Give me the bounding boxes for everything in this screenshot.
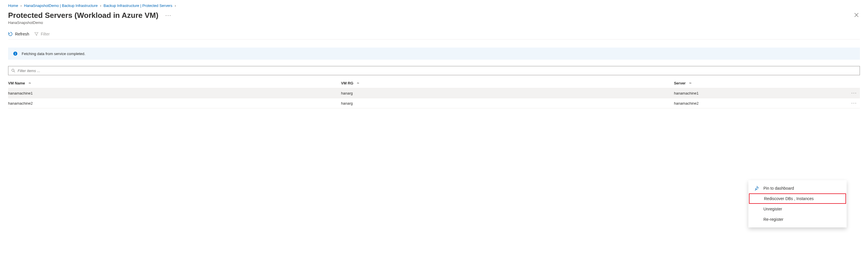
table-header: VM Name VM RG Server: [8, 78, 860, 88]
context-menu-rediscover[interactable]: · Rediscover DBs , Instances: [749, 193, 846, 204]
row-more-button[interactable]: ···: [848, 101, 860, 106]
breadcrumb: Home › HanaSnapshotDemo | Backup Infrast…: [8, 3, 860, 8]
column-header-server[interactable]: Server: [674, 81, 848, 85]
table-row[interactable]: hanamachine1 hanarg hanamachine1 ···: [8, 88, 860, 98]
refresh-button[interactable]: Refresh: [8, 32, 29, 36]
filter-label: Filter: [41, 32, 50, 36]
context-menu-label: Pin to dashboard: [764, 186, 794, 190]
context-menu-reregister[interactable]: · Re-register: [748, 214, 847, 225]
page-title: Protected Servers (Workload in Azure VM): [8, 11, 158, 20]
cell-vm-rg: hanarg: [341, 101, 674, 106]
cell-vm-name: hanamachine2: [8, 101, 341, 106]
column-header-vm-rg[interactable]: VM RG: [341, 81, 674, 85]
cell-vm-rg: hanarg: [341, 91, 674, 96]
title-more-button[interactable]: ···: [163, 11, 173, 20]
breadcrumb-link-vault[interactable]: HanaSnapshotDemo | Backup Infrastructure: [24, 3, 98, 8]
column-label: VM Name: [8, 81, 25, 85]
chevron-right-icon: ›: [175, 3, 176, 8]
context-menu-unregister[interactable]: · Unregister: [748, 204, 847, 214]
breadcrumb-link-infra[interactable]: Backup Infrastructure | Protected Server…: [103, 3, 172, 8]
info-icon: [13, 51, 18, 56]
context-menu-label: Unregister: [764, 207, 782, 211]
chevron-right-icon: ›: [100, 3, 101, 8]
pin-icon: [753, 186, 760, 190]
cell-vm-name: hanamachine1: [8, 91, 341, 96]
cell-server: hanamachine1: [674, 91, 848, 96]
sort-icon: [356, 81, 360, 85]
status-banner: Fetching data from service completed.: [8, 47, 860, 60]
column-label: Server: [674, 81, 685, 85]
refresh-label: Refresh: [15, 32, 29, 36]
search-icon: [11, 69, 15, 73]
svg-rect-1: [15, 53, 16, 55]
sort-icon: [28, 81, 31, 85]
row-more-button[interactable]: ···: [848, 90, 860, 96]
context-menu-pin[interactable]: Pin to dashboard: [748, 183, 847, 193]
column-header-vm-name[interactable]: VM Name: [8, 81, 341, 85]
close-icon: [854, 13, 859, 17]
status-message: Fetching data from service completed.: [22, 51, 85, 56]
context-menu: Pin to dashboard · Rediscover DBs , Inst…: [748, 180, 847, 227]
svg-point-3: [12, 69, 14, 72]
table-row[interactable]: hanamachine2 hanarg hanamachine2 ···: [8, 98, 860, 108]
context-menu-label: Re-register: [764, 217, 783, 222]
svg-rect-2: [15, 52, 16, 53]
toolbar: Refresh Filter: [8, 30, 860, 39]
cell-server: hanamachine2: [674, 101, 848, 106]
filter-input[interactable]: [15, 69, 857, 73]
filter-button[interactable]: Filter: [34, 32, 50, 36]
page-subtitle: HanaSnapshotDemo: [8, 21, 860, 25]
refresh-icon: [8, 32, 13, 36]
chevron-right-icon: ›: [21, 3, 22, 8]
breadcrumb-link-home[interactable]: Home: [8, 3, 18, 8]
column-label: VM RG: [341, 81, 353, 85]
filter-icon: [34, 32, 38, 36]
filter-input-wrap[interactable]: [8, 66, 860, 75]
sort-icon: [688, 81, 692, 85]
context-menu-label: Rediscover DBs , Instances: [764, 196, 814, 201]
close-button[interactable]: [851, 11, 862, 20]
svg-line-4: [14, 71, 15, 72]
